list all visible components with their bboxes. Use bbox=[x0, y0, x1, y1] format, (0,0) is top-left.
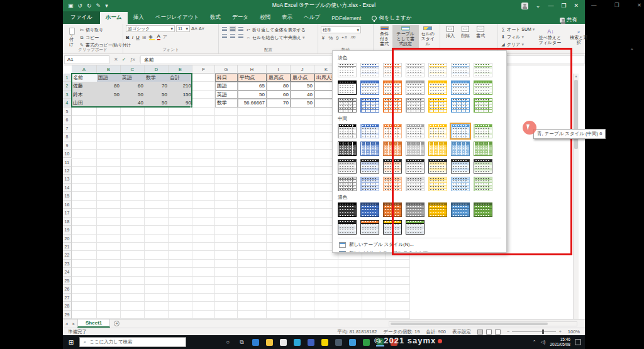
clear-button[interactable]: ◢クリア▾ bbox=[501, 42, 535, 48]
cancel-icon[interactable]: ✕ bbox=[114, 57, 118, 62]
table-style-swatch-淡色-15[interactable] bbox=[338, 98, 357, 113]
table-style-swatch-淡色-10[interactable] bbox=[383, 80, 402, 95]
cell-B2[interactable]: 80 bbox=[97, 82, 121, 90]
cell-J3[interactable]: 40 bbox=[291, 91, 314, 99]
table-style-swatch-濃色-4[interactable] bbox=[406, 202, 425, 217]
row-header-25[interactable]: 25 bbox=[63, 277, 72, 285]
cell-A2[interactable]: 佐藤 bbox=[72, 82, 97, 90]
borders-icon[interactable]: ⊞ bbox=[142, 35, 147, 40]
tab-PDFelement[interactable]: PDFelement bbox=[326, 13, 367, 24]
percent-icon[interactable]: % bbox=[329, 35, 333, 42]
vertical-scrollbar[interactable]: ▴ bbox=[573, 74, 579, 319]
tray-chevron-icon[interactable]: ⌃ bbox=[533, 340, 536, 345]
sheet-nav-right-icon[interactable]: ▸ bbox=[70, 321, 78, 326]
table-style-swatch-淡色-11[interactable] bbox=[406, 80, 425, 95]
row-header-9[interactable]: 9 bbox=[63, 141, 72, 150]
format-as-table-button[interactable]: テーブルとして書式設定 bbox=[392, 25, 418, 48]
user-dot-icon[interactable] bbox=[321, 338, 329, 346]
paste-button[interactable]: 貼り付け bbox=[65, 25, 77, 48]
cell-A1[interactable]: 名前 bbox=[72, 74, 97, 82]
shrink-font-icon[interactable]: A˅ bbox=[199, 26, 204, 31]
column-header-B[interactable]: B bbox=[97, 65, 121, 74]
row-header-7[interactable]: 7 bbox=[63, 125, 72, 133]
merge-center-button[interactable]: ⇔セルを結合して中央揃え▾ bbox=[246, 35, 306, 41]
table-style-swatch-濃色-5[interactable] bbox=[428, 202, 447, 217]
table-style-swatch-淡色-7[interactable] bbox=[474, 63, 492, 77]
table-style-swatch-中間-13[interactable] bbox=[451, 141, 470, 156]
currency-icon[interactable]: ￥ bbox=[321, 35, 326, 42]
horizontal-scrollbar[interactable] bbox=[389, 321, 577, 326]
cell-J1[interactable]: 最小点 bbox=[291, 74, 314, 82]
page-break-view-icon[interactable] bbox=[495, 330, 501, 335]
table-style-swatch-淡色-1[interactable] bbox=[338, 63, 357, 77]
start-button[interactable]: ⊞ bbox=[63, 335, 79, 349]
table-style-swatch-中間-7[interactable] bbox=[474, 124, 492, 138]
row-header-6[interactable]: 6 bbox=[63, 116, 72, 124]
table-style-swatch-中間-25[interactable] bbox=[406, 177, 425, 191]
row-header-28[interactable]: 28 bbox=[63, 302, 72, 310]
number-format-select[interactable]: 標準▾ bbox=[321, 26, 361, 33]
row-header-19[interactable]: 19 bbox=[63, 226, 72, 234]
taskbar-search-input[interactable]: ⌕ ここに入力して検索 bbox=[79, 337, 186, 347]
cell-D3[interactable]: 50 bbox=[145, 91, 169, 99]
cell-G1[interactable]: 科目 bbox=[215, 74, 238, 82]
ribbon-display-options-icon[interactable]: ⌄ bbox=[536, 3, 541, 9]
cell-I1[interactable]: 最高点 bbox=[267, 74, 291, 82]
tab-ホーム[interactable]: ホーム bbox=[100, 12, 128, 24]
table-style-swatch-中間-12[interactable] bbox=[428, 141, 447, 156]
cell-D2[interactable]: 70 bbox=[145, 82, 169, 90]
table-style-swatch-淡色-16[interactable] bbox=[360, 98, 379, 113]
zoom-level[interactable]: 100% bbox=[568, 329, 580, 335]
row-header-1[interactable]: 1 bbox=[63, 74, 72, 82]
cell-H4[interactable]: 56.66667 bbox=[238, 99, 267, 107]
photos-icon[interactable] bbox=[252, 338, 260, 346]
row-header-22[interactable]: 22 bbox=[63, 251, 72, 259]
close-icon[interactable]: ✕ bbox=[574, 3, 579, 9]
underline-button[interactable]: U bbox=[136, 35, 140, 40]
share-button[interactable]: 共有 bbox=[560, 16, 585, 24]
table-style-swatch-淡色-17[interactable] bbox=[383, 98, 402, 113]
cell-I2[interactable]: 80 bbox=[267, 82, 291, 90]
cell-H1[interactable]: 平均点 bbox=[238, 74, 267, 82]
maximize-icon[interactable]: ❐ bbox=[561, 3, 566, 9]
column-header-D[interactable]: D bbox=[145, 65, 169, 74]
font-color-icon[interactable]: A bbox=[157, 34, 160, 40]
tab-校閲[interactable]: 校閲 bbox=[254, 12, 276, 24]
new-table-style-item[interactable]: 新しいテーブル スタイル(N)... bbox=[338, 240, 501, 249]
row-header-12[interactable]: 12 bbox=[63, 167, 72, 175]
table-style-swatch-淡色-19[interactable] bbox=[428, 98, 447, 113]
comma-icon[interactable]: 9 bbox=[336, 35, 338, 42]
table-style-swatch-中間-20[interactable] bbox=[451, 159, 470, 174]
find-select-button[interactable]: ⌕ 検索と選択 bbox=[568, 29, 589, 45]
outer-collapse-chevron-icon[interactable]: ⌃ bbox=[630, 48, 635, 54]
table-style-swatch-濃色-9[interactable] bbox=[360, 220, 379, 235]
table-style-swatch-中間-19[interactable] bbox=[428, 159, 447, 174]
tab-file[interactable]: ファイル bbox=[63, 11, 100, 24]
cell-E3[interactable]: 150 bbox=[169, 91, 192, 99]
speaker-icon[interactable]: ◁) bbox=[541, 340, 546, 345]
capture-icon[interactable] bbox=[390, 338, 398, 346]
table-style-swatch-中間-15[interactable] bbox=[338, 159, 357, 174]
cell-styles-button[interactable]: セルのスタイル bbox=[419, 25, 438, 48]
zoom-slider[interactable]: − + bbox=[507, 329, 562, 335]
conditional-formatting-button[interactable]: 条件付き書式 bbox=[376, 25, 392, 48]
table-style-swatch-中間-2[interactable] bbox=[360, 124, 379, 138]
table-style-swatch-中間-6[interactable] bbox=[451, 124, 470, 138]
align-center-icon[interactable] bbox=[230, 33, 236, 38]
onenote-icon[interactable] bbox=[307, 338, 315, 346]
row-header-8[interactable]: 8 bbox=[63, 133, 72, 141]
row-header-26[interactable]: 26 bbox=[63, 285, 72, 293]
table-style-swatch-中間-17[interactable] bbox=[383, 159, 402, 174]
column-header-F[interactable]: F bbox=[192, 65, 215, 74]
align-right-icon[interactable] bbox=[238, 33, 244, 38]
table-style-swatch-中間-16[interactable] bbox=[360, 159, 379, 174]
outer-close-icon[interactable]: ✕ bbox=[637, 2, 641, 8]
zoom-in-icon[interactable]: + bbox=[558, 329, 561, 335]
bold-button[interactable]: B bbox=[126, 35, 130, 40]
sheet-nav-left-icon[interactable]: ◂ bbox=[63, 321, 70, 326]
table-style-swatch-淡色-2[interactable] bbox=[360, 63, 379, 77]
cell-E2[interactable]: 210 bbox=[169, 82, 192, 90]
cell-B1[interactable]: 国語 bbox=[97, 74, 121, 82]
store-icon[interactable] bbox=[279, 338, 287, 346]
qat-customize-icon[interactable]: ▾ bbox=[105, 3, 108, 9]
